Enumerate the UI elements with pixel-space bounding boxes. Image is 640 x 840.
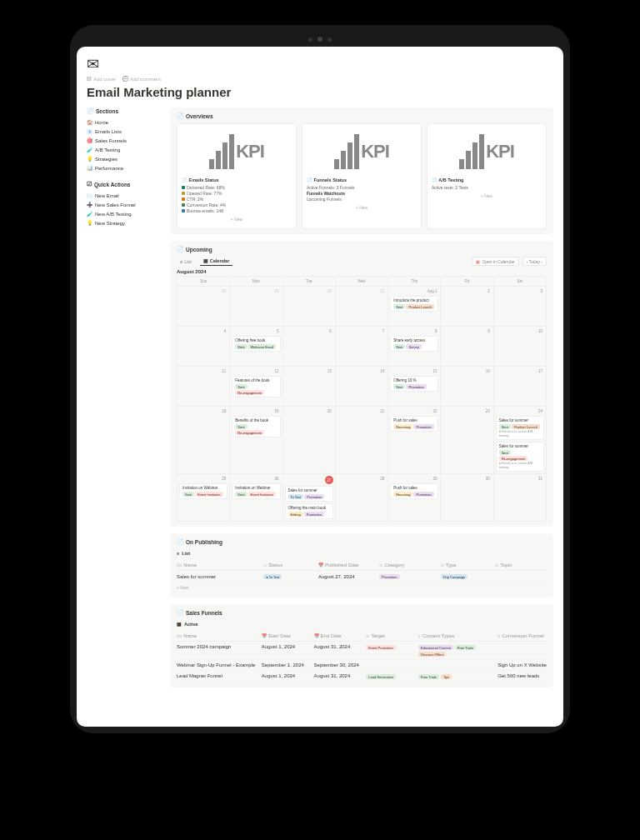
- calendar-cell[interactable]: 23: [441, 407, 493, 474]
- calendar-cell[interactable]: 28: [336, 474, 388, 522]
- calendar-cell[interactable]: 20: [283, 407, 336, 474]
- calendar-cell[interactable]: 13: [283, 367, 336, 407]
- calendar-cell[interactable]: 15Offering 10 %SentPromotion: [388, 367, 441, 407]
- publishing-new-button[interactable]: + New: [177, 582, 547, 592]
- calendar-day-header: Tue: [283, 277, 336, 287]
- calendar-cell[interactable]: 30: [441, 474, 493, 522]
- calendar-cell[interactable]: 6: [283, 327, 336, 367]
- calendar-event[interactable]: Push for salesRecurringPromotion: [390, 416, 438, 432]
- calendar-cell[interactable]: 31: [336, 287, 388, 327]
- calendar-cell[interactable]: 4: [178, 327, 230, 367]
- sidebar-item[interactable]: 🎯Sales Funnels: [87, 136, 162, 145]
- calendar-cell[interactable]: 30: [283, 287, 336, 327]
- calendar-event[interactable]: Features of the bookSentRe-engagement: [232, 376, 280, 398]
- calendar-cell[interactable]: 18: [178, 407, 230, 474]
- quick-actions-header: ☑ Quick Actions: [87, 181, 162, 188]
- overviews-panel: 📄 Overviews KPI📄 Emails StatusDelivered …: [170, 108, 553, 234]
- calendar-event[interactable]: Push for salesRecurringPromotion: [390, 483, 438, 499]
- page-icon-envelope: ✉: [87, 55, 553, 73]
- kpi-card[interactable]: KPI📄 Emails StatusDelivered Rate: 68%Ope…: [177, 123, 297, 229]
- calendar-event[interactable]: Offering free bookSentWelcome Email: [232, 336, 280, 352]
- table-header-cell[interactable]: ≡ Content Types: [418, 633, 494, 638]
- add-cover-button[interactable]: 🖼 Add cover: [87, 76, 116, 82]
- calendar-day-header: Sat: [494, 277, 547, 287]
- tablet-frame: ✉ 🖼 Add cover 💬 Add comment Email Market…: [70, 25, 570, 733]
- table-header-cell[interactable]: Aa Name: [177, 633, 258, 638]
- publishing-tab-list[interactable]: ≡ List: [177, 549, 547, 558]
- calendar-cell[interactable]: 29: [230, 287, 282, 327]
- open-in-calendar-button[interactable]: ▦ Open in Calendar: [472, 257, 518, 266]
- calendar-cell[interactable]: 5Offering free bookSentWelcome Email: [230, 327, 282, 367]
- table-header-cell[interactable]: 📅 Published Date: [318, 562, 376, 568]
- calendar-event[interactable]: Offering the main bookEditingPromotion: [285, 503, 333, 519]
- add-comment-button[interactable]: 💬 Add comment: [122, 76, 161, 82]
- sidebar-item[interactable]: 📊Performance: [87, 163, 162, 172]
- calendar-cell[interactable]: 10: [494, 327, 547, 367]
- table-row[interactable]: Summer 2024 campaignAugust 1, 2024August…: [177, 642, 547, 660]
- calendar-cell[interactable]: 16: [441, 367, 493, 407]
- calendar-event[interactable]: Share early accessSentSurvey: [390, 336, 438, 352]
- calendar-cell[interactable]: 11: [178, 367, 230, 407]
- calendar-event[interactable]: Sales for summerSentProduct Launch● Emai…: [496, 416, 544, 440]
- calendar-day-header: Thu: [388, 277, 441, 287]
- publishing-panel: 📄 On Publishing ≡ List Aa Name⊙ Status📅 …: [170, 533, 553, 598]
- calendar-cell[interactable]: Aug 1Introduce the productSentProduct La…: [388, 287, 441, 327]
- kpi-new-button[interactable]: + New: [182, 214, 292, 224]
- table-header-cell[interactable]: ⊙ Target: [366, 633, 415, 638]
- table-row[interactable]: Webinar Sign-Up Funnel - ExampleSeptembe…: [177, 660, 547, 671]
- calendar-cell[interactable]: 7: [336, 327, 388, 367]
- calendar-event[interactable]: Sales for summerSentRe-engagement● Email…: [496, 442, 544, 472]
- calendar-cell[interactable]: 26Invitation on WebinarSentEvent Invitat…: [230, 474, 282, 522]
- calendar-cell[interactable]: 27Sales for summerTo TestPromotionOfferi…: [283, 474, 336, 522]
- calendar-cell[interactable]: 12Features of the bookSentRe-engagement: [230, 367, 282, 407]
- kpi-card[interactable]: KPI📄 A/B TestingActive tests: 2 Tests+ N…: [427, 123, 547, 229]
- calendar-cell[interactable]: 2: [441, 287, 493, 327]
- table-header-cell[interactable]: ⊙ Category: [379, 562, 437, 568]
- calendar-event[interactable]: Invitation on WebinarSentEvent Invitatio…: [232, 483, 280, 499]
- table-header-cell[interactable]: Aa Name: [177, 562, 260, 568]
- table-row[interactable]: Sales for summer● To TestAugust 27, 2024…: [177, 571, 547, 582]
- sidebar-item[interactable]: 📧Emails Lists: [87, 127, 162, 136]
- calendar-event[interactable]: Sales for summerTo TestPromotion: [285, 486, 333, 502]
- sidebar-item[interactable]: 🏠Home: [87, 118, 162, 127]
- calendar-cell[interactable]: 31: [494, 474, 547, 522]
- calendar-cell[interactable]: 29Push for salesRecurringPromotion: [388, 474, 441, 522]
- quick-action-item[interactable]: ✉️New Email: [87, 191, 162, 200]
- calendar-cell[interactable]: 9: [441, 327, 493, 367]
- table-header-cell[interactable]: ⊙ Topic: [495, 562, 547, 568]
- table-header-cell[interactable]: ⊙ Status: [263, 562, 315, 568]
- calendar-event[interactable]: Offering 10 %SentPromotion: [390, 376, 438, 392]
- calendar-cell[interactable]: 25Invitation on WebinarSentEvent Invitat…: [178, 474, 230, 522]
- quick-action-item[interactable]: ➕New Sales Funnel: [87, 200, 162, 209]
- tab-list[interactable]: ≡ List: [177, 258, 195, 266]
- table-header-cell[interactable]: 📅 End Date: [314, 633, 363, 638]
- kpi-new-button[interactable]: + New: [432, 191, 542, 201]
- calendar-cell[interactable]: 21: [336, 407, 388, 474]
- calendar-event[interactable]: Introduce the productSentProduct Launch: [390, 296, 438, 312]
- page-title: Email Marketing planner: [87, 85, 553, 99]
- calendar-cell[interactable]: 3: [494, 287, 547, 327]
- calendar-cell[interactable]: 14: [336, 367, 388, 407]
- calendar-cell[interactable]: 28: [178, 287, 230, 327]
- sections-header: 📄 Sections: [87, 108, 162, 114]
- calendar-cell[interactable]: 24Sales for summerSentProduct Launch● Em…: [494, 407, 547, 474]
- calendar-cell[interactable]: 17: [494, 367, 547, 407]
- calendar-cell[interactable]: 19Benefits of the bookSentRe-engagement: [230, 407, 282, 474]
- calendar-event[interactable]: Benefits of the bookSentRe-engagement: [232, 416, 280, 438]
- quick-action-item[interactable]: 🧪New A/B Testing: [87, 209, 162, 218]
- table-header-cell[interactable]: 📅 Start Date: [262, 633, 311, 638]
- calendar-event[interactable]: Invitation on WebinarSentEvent Invitatio…: [179, 483, 228, 499]
- today-nav-button[interactable]: ‹ Today ›: [522, 257, 547, 266]
- tab-calendar[interactable]: ▦ Calendar: [200, 257, 233, 266]
- table-header-cell[interactable]: ⊙ Type: [441, 562, 492, 568]
- calendar-cell[interactable]: 8Share early accessSentSurvey: [388, 327, 441, 367]
- kpi-new-button[interactable]: + New: [307, 202, 417, 212]
- sidebar-item[interactable]: 🧪A/B Testing: [87, 145, 162, 154]
- table-header-cell[interactable]: ≡ Conversion Funnel: [498, 633, 547, 638]
- quick-action-item[interactable]: 💡New Strategy: [87, 218, 162, 228]
- sidebar-item[interactable]: 💡Strategies: [87, 154, 162, 163]
- table-row[interactable]: Lead Magnet FunnelAugust 1, 2024August 3…: [177, 671, 547, 682]
- calendar-cell[interactable]: 22Push for salesRecurringPromotion: [388, 407, 441, 474]
- funnels-tab-active[interactable]: ▦ Active: [177, 620, 547, 628]
- kpi-card[interactable]: KPI📄 Funnels StatusActive Funnels: 3 Fun…: [302, 123, 422, 229]
